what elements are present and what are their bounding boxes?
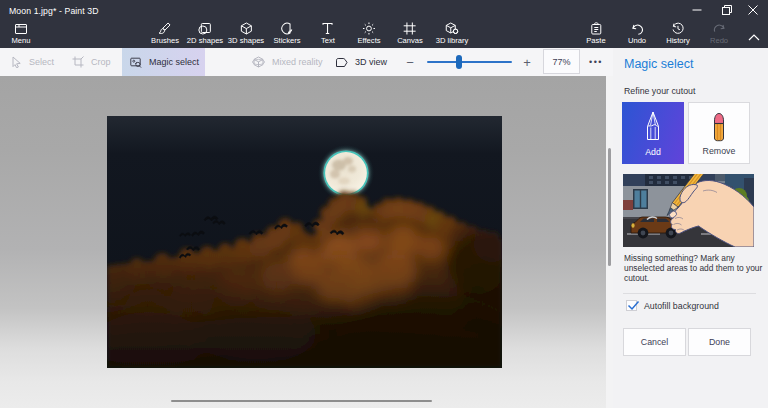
- canvas-workspace[interactable]: [0, 76, 613, 408]
- mixed-reality-tool[interactable]: Mixed reality: [252, 48, 323, 76]
- menu-label: Menu: [12, 36, 31, 45]
- tool-3d-library[interactable]: 3D library: [436, 22, 469, 45]
- done-label: Done: [709, 337, 730, 347]
- magic-select-tool[interactable]: Magic select: [130, 48, 199, 76]
- undo-icon: [631, 22, 644, 35]
- stickers-icon: [280, 22, 293, 35]
- paste-label: Paste: [586, 36, 605, 45]
- tool-2d-shapes-label: 2D shapes: [187, 36, 223, 45]
- close-icon: [748, 5, 758, 15]
- header-bar: Moon 1.jpg* - Paint 3D Menu Brushes: [0, 0, 768, 48]
- effects-icon: [362, 22, 375, 35]
- autofill-checkbox[interactable]: [626, 300, 637, 311]
- chevron-up-icon: [747, 33, 761, 42]
- collapse-ribbon-button[interactable]: [747, 28, 761, 46]
- mixed-reality-icon: [252, 56, 265, 68]
- tool-brushes[interactable]: Brushes: [151, 22, 179, 45]
- tool-effects[interactable]: Effects: [357, 22, 380, 45]
- tool-stickers-label: Stickers: [273, 36, 300, 45]
- remove-eraser-icon: [710, 112, 728, 142]
- mixed-reality-label: Mixed reality: [272, 57, 323, 67]
- panel-divider: [623, 293, 756, 294]
- remove-label: Remove: [703, 146, 736, 156]
- tool-3d-shapes-label: 3D shapes: [228, 36, 264, 45]
- paint3d-window: Moon 1.jpg* - Paint 3D Menu Brushes: [0, 0, 768, 408]
- 3d-view-tool[interactable]: 3D view: [335, 48, 387, 76]
- tool-canvas[interactable]: Canvas: [397, 22, 423, 45]
- undo-button[interactable]: Undo: [628, 22, 646, 45]
- tool-3d-library-label: 3D library: [436, 36, 469, 45]
- menu-icon: [15, 22, 28, 35]
- history-icon: [671, 22, 684, 35]
- hint-text: Missing something? Mark any unselected a…: [624, 253, 765, 283]
- zoom-slider-track[interactable]: [427, 61, 512, 63]
- cancel-label: Cancel: [641, 337, 668, 347]
- tool-brushes-label: Brushes: [151, 36, 179, 45]
- canvas-icon: [404, 22, 417, 35]
- tool-2d-shapes[interactable]: 2D shapes: [187, 22, 223, 45]
- 3d-shapes-icon: [240, 22, 253, 35]
- window-title: Moon 1.jpg* - Paint 3D: [9, 6, 99, 16]
- magic-select-icon: [130, 57, 142, 68]
- autofill-label: Autofill background: [644, 301, 719, 311]
- history-label: History: [666, 36, 690, 45]
- tool-text[interactable]: Text: [321, 22, 335, 45]
- magic-select-panel: Magic select Refine your cutout Add Remo…: [613, 48, 768, 408]
- tool-3d-shapes[interactable]: 3D shapes: [228, 22, 264, 45]
- 2d-shapes-icon: [198, 22, 212, 35]
- magic-select-label: Magic select: [149, 57, 199, 67]
- checkmark-icon: [626, 298, 641, 313]
- 3d-library-icon: [445, 22, 459, 35]
- vertical-scrollbar-thumb[interactable]: [608, 148, 611, 266]
- photo-canvas[interactable]: [107, 116, 502, 368]
- select-tool[interactable]: Select: [11, 48, 54, 76]
- tool-canvas-label: Canvas: [397, 36, 423, 45]
- autofill-checkbox-row[interactable]: Autofill background: [626, 300, 719, 311]
- restore-icon: [722, 5, 732, 15]
- paste-icon: [590, 22, 602, 35]
- horizontal-scrollbar-thumb[interactable]: [171, 400, 432, 402]
- crop-label: Crop: [91, 57, 111, 67]
- zoom-slider-thumb[interactable]: [456, 55, 462, 69]
- remove-button[interactable]: Remove: [688, 102, 750, 164]
- done-button[interactable]: Done: [688, 328, 751, 356]
- refine-illustration: [623, 174, 754, 247]
- 3d-view-label: 3D view: [355, 57, 387, 67]
- crop-tool[interactable]: Crop: [72, 48, 111, 76]
- menu-button[interactable]: Menu: [12, 22, 31, 45]
- undo-label: Undo: [628, 36, 646, 45]
- tool-text-label: Text: [321, 36, 335, 45]
- crop-icon: [72, 56, 84, 68]
- add-button[interactable]: Add: [622, 102, 684, 164]
- zoom-level-value: 77%: [552, 57, 570, 67]
- panel-title: Magic select: [624, 57, 693, 71]
- cancel-button[interactable]: Cancel: [623, 328, 686, 356]
- zoom-out-button[interactable]: −: [404, 48, 416, 76]
- refine-cutout-label: Refine your cutout: [624, 86, 695, 96]
- close-button[interactable]: [746, 3, 760, 16]
- maximize-button[interactable]: [720, 3, 734, 16]
- select-label: Select: [29, 57, 54, 67]
- tool-effects-label: Effects: [357, 36, 380, 45]
- history-button[interactable]: History: [666, 22, 690, 45]
- 3d-view-icon: [335, 57, 348, 68]
- text-icon: [322, 22, 335, 35]
- add-pencil-icon: [642, 111, 664, 141]
- add-label: Add: [645, 147, 661, 157]
- redo-button[interactable]: Redo: [710, 22, 728, 45]
- zoom-in-button[interactable]: +: [521, 48, 533, 76]
- tool-stickers[interactable]: Stickers: [273, 22, 300, 45]
- paste-button[interactable]: Paste: [586, 22, 605, 45]
- minimize-icon: [692, 5, 702, 15]
- brushes-icon: [158, 22, 171, 35]
- select-cursor-icon: [11, 56, 22, 68]
- more-options-button[interactable]: •••: [586, 48, 606, 76]
- zoom-level-box[interactable]: 77%: [543, 49, 580, 74]
- minimize-button[interactable]: [690, 3, 704, 16]
- redo-label: Redo: [710, 36, 728, 45]
- redo-icon: [713, 22, 726, 35]
